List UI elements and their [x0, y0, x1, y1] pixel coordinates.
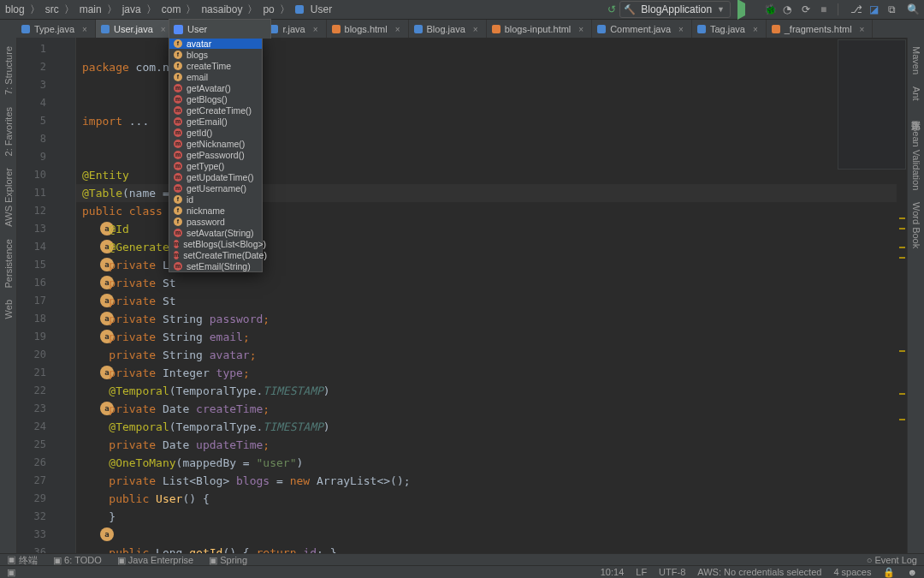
close-icon[interactable]: ×	[313, 25, 318, 34]
autocomplete-item[interactable]: fpassword	[169, 216, 262, 227]
tool-window-button[interactable]: Bean Validation	[911, 122, 921, 194]
autocomplete-item[interactable]: fnickname	[169, 205, 262, 216]
autocomplete-item[interactable]: mgetUsername()	[169, 182, 262, 194]
left-tool-stripe[interactable]: 7: Structure2: FavoritesAWS ExplorerPers…	[0, 38, 17, 554]
line-number[interactable]: 12	[17, 202, 58, 220]
line-number[interactable]: 19	[17, 328, 58, 346]
breadcrumb-segment[interactable]: com	[162, 3, 181, 15]
autocomplete-item[interactable]: mgetAvatar()	[169, 82, 262, 93]
autocomplete-item[interactable]: mgetBlogs()	[169, 93, 262, 104]
editor-tab[interactable]: _fragments.html×	[767, 20, 874, 39]
tool-window-button[interactable]: 7: Structure	[3, 43, 14, 98]
breadcrumb-segment[interactable]: java	[122, 3, 141, 15]
tool-window-button[interactable]: Web	[3, 296, 14, 322]
search-icon[interactable]: 🔍	[907, 3, 919, 15]
tool-window-button[interactable]: 数据库	[909, 110, 922, 116]
run-button[interactable]	[737, 0, 757, 20]
tool-window-button[interactable]: Maven	[911, 43, 921, 78]
tool-window-button[interactable]: Word Book	[911, 199, 921, 252]
line-number[interactable]: 2	[17, 58, 58, 76]
line-number[interactable]: 27	[17, 472, 58, 490]
editor-tab[interactable]: blogs-input.html×	[487, 20, 593, 39]
breadcrumb-segment[interactable]: po	[263, 3, 274, 15]
line-number[interactable]: 21	[17, 364, 58, 382]
autocomplete-item[interactable]: fid	[169, 194, 262, 205]
breadcrumb-segment[interactable]: src	[45, 3, 59, 15]
line-number[interactable]: 9	[17, 148, 58, 166]
line-number[interactable]: 11	[17, 184, 58, 202]
autocomplete-item[interactable]: mgetNickname()	[169, 138, 262, 149]
autocomplete-item[interactable]: msetCreateTime(Date)	[169, 249, 262, 260]
line-number[interactable]: 14	[17, 238, 58, 256]
line-number[interactable]: 16	[17, 274, 58, 292]
editor-tab[interactable]: User.java×	[96, 20, 175, 39]
lock-icon[interactable]: 🔒	[883, 567, 895, 578]
autocomplete-item[interactable]: msetBlogs(List<Blog>)	[169, 238, 262, 249]
tool-window-button[interactable]: Ant	[911, 83, 921, 104]
line-number[interactable]: 8	[17, 130, 58, 148]
line-number[interactable]: 17	[17, 292, 58, 310]
line-number[interactable]: 3	[17, 76, 58, 94]
line-number[interactable]: 20	[17, 346, 58, 364]
line-number[interactable]: 24	[17, 418, 58, 436]
close-icon[interactable]: ×	[753, 25, 758, 34]
code-minimap[interactable]	[838, 39, 906, 170]
line-number[interactable]: 33	[17, 526, 58, 544]
close-icon[interactable]: ×	[395, 25, 400, 34]
status-icon[interactable]: ▣	[7, 567, 15, 578]
close-icon[interactable]: ×	[678, 25, 684, 34]
autocomplete-item[interactable]: mgetPassword()	[169, 149, 262, 160]
autocomplete-item[interactable]: msetEmail(String)	[169, 260, 262, 271]
bottom-tool-button[interactable]: ▣ Spring	[209, 555, 247, 566]
line-number[interactable]: 13	[17, 220, 58, 238]
breadcrumb-segment[interactable]: nasaiboy	[201, 3, 242, 15]
line-number[interactable]: 23	[17, 400, 58, 418]
close-icon[interactable]: ×	[82, 25, 87, 34]
autocomplete-item[interactable]: femail	[169, 71, 262, 82]
close-icon[interactable]: ×	[161, 25, 166, 34]
autocomplete-popup[interactable]: favatarfblogsfcreateTimefemailmgetAvatar…	[169, 38, 263, 272]
indent-config[interactable]: 4 spaces	[833, 567, 871, 577]
tool-window-button[interactable]: Persistence	[3, 235, 14, 291]
file-encoding[interactable]: UTF-8	[659, 567, 685, 577]
avatar-icon[interactable]: ◪	[869, 3, 881, 15]
breadcrumb-segment[interactable]: main	[80, 3, 102, 15]
line-number[interactable]: 5	[17, 112, 58, 130]
line-number[interactable]: 10	[17, 166, 58, 184]
close-icon[interactable]: ×	[473, 25, 478, 34]
close-icon[interactable]: ×	[860, 25, 865, 34]
profile-icon[interactable]: ⟳	[802, 3, 814, 15]
bottom-tool-button[interactable]: ▣ 6: TODO	[53, 555, 102, 566]
autocomplete-item[interactable]: mgetCreateTime()	[169, 104, 262, 116]
line-number[interactable]: 15	[17, 256, 58, 274]
editor-tab[interactable]: Type.java×	[16, 20, 96, 39]
editor-tab[interactable]: r.java×	[264, 20, 326, 39]
aws-status[interactable]: AWS: No credentials selected	[697, 567, 821, 577]
tool-window-button[interactable]: 2: Favorites	[3, 104, 14, 159]
build-icon[interactable]: ↺	[607, 3, 619, 15]
line-separator[interactable]: LF	[636, 567, 647, 577]
breadcrumb-segment[interactable]: User	[311, 3, 332, 15]
line-number[interactable]: 22	[17, 382, 58, 400]
debug-button[interactable]	[764, 3, 776, 15]
autocomplete-item[interactable]: mgetId()	[169, 127, 262, 138]
line-number[interactable]: 4	[17, 94, 58, 112]
code-editor[interactable]: 1234589101112131415161718192021222324252…	[17, 38, 907, 554]
line-number[interactable]: 32	[17, 508, 58, 526]
caret-position[interactable]: 10:14	[601, 567, 625, 577]
autocomplete-item[interactable]: mgetUpdateTime()	[169, 171, 262, 182]
right-tool-stripe[interactable]: MavenAnt数据库Bean ValidationWord Book	[907, 38, 924, 554]
git-icon[interactable]: ⎇	[850, 3, 862, 15]
autocomplete-item[interactable]: fblogs	[169, 49, 262, 60]
tool-window-button[interactable]: AWS Explorer	[3, 164, 14, 230]
bottom-tool-button[interactable]: ▣ Java Enterprise	[117, 555, 193, 566]
inspection-icon[interactable]: ☻	[907, 567, 917, 577]
editor-tab[interactable]: Blog.java×	[409, 20, 487, 39]
breadcrumb[interactable]: blog〉src〉main〉java〉com〉nasaiboy〉po〉User	[5, 3, 332, 17]
close-icon[interactable]: ×	[578, 25, 583, 34]
run-config-selector[interactable]: BlogApplication ▼	[619, 1, 731, 18]
ide-settings-icon[interactable]: ⧉	[888, 3, 900, 15]
breadcrumb-segment[interactable]: blog	[5, 3, 25, 15]
coverage-icon[interactable]: ◔	[783, 3, 795, 15]
editor-tab[interactable]: Comment.java×	[592, 20, 692, 39]
